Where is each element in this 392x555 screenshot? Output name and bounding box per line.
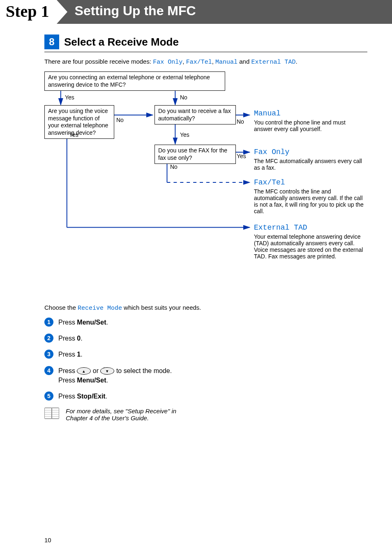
step-badge-4: 4 xyxy=(44,366,53,375)
s4d: Menu/Set xyxy=(77,377,106,384)
flow-q2: Are you using the voice message function… xyxy=(44,105,114,139)
flow-yes1: Yes xyxy=(65,94,74,101)
step-badge-5: 5 xyxy=(44,391,53,401)
s1b: Menu/Set xyxy=(77,319,106,326)
section-heading: 8 Select a Receive Mode xyxy=(44,35,367,49)
s2a: Press xyxy=(58,335,77,342)
steps-list: 1 Press Menu/Set. 2 Press 0. 3 Press 1. … xyxy=(44,318,367,401)
mode-external-tad-desc: Your external telephone answering device… xyxy=(254,233,365,260)
step-5: 5 Press Stop/Exit. xyxy=(44,391,367,401)
mode-manual-desc: You control the phone line and must answ… xyxy=(254,119,365,132)
s1c: . xyxy=(106,319,108,326)
flow-yes3: Yes xyxy=(180,131,189,138)
mode-fax-only-desc: The MFC automatically answers every call… xyxy=(254,158,365,171)
flowchart: Are you connecting an external telephone… xyxy=(44,71,367,302)
sep: , xyxy=(182,58,186,65)
step-badge-2: 2 xyxy=(44,334,53,343)
mode-external-tad: External TAD Your external telephone ans… xyxy=(254,223,365,260)
flow-q1: Are you connecting an external telephone… xyxy=(44,71,225,91)
mode-fax-tel: Fax/Tel The MFC controls the line and au… xyxy=(254,178,365,214)
s3b: 1 xyxy=(77,351,81,358)
page-number: 10 xyxy=(44,537,51,543)
step-2: 2 Press 0. xyxy=(44,334,367,343)
s2b: 0 xyxy=(77,335,81,342)
chevron-icon xyxy=(57,0,67,24)
s4mid: or xyxy=(93,367,101,374)
step-1: 1 Press Menu/Set. xyxy=(44,318,367,327)
mode-manual-inline: Manual xyxy=(215,59,238,66)
mode-external-tad-inline: External TAD xyxy=(251,59,295,66)
flow-no1: No xyxy=(180,94,187,101)
mode-fax-only-inline: Fax Only xyxy=(153,59,182,66)
sep: , xyxy=(212,58,215,65)
s1a: Press xyxy=(58,319,77,326)
flow-q3: Do you want to receive a fax automatical… xyxy=(154,105,236,124)
mode-manual: Manual You control the phone line and mu… xyxy=(254,109,365,132)
s4c: Press xyxy=(58,377,77,384)
mode-external-tad-title: External TAD xyxy=(254,223,365,232)
mode-fax-tel-inline: Fax/Tel xyxy=(186,59,212,66)
divider xyxy=(44,52,367,52)
note: For more details, see "Setup Receive" in… xyxy=(44,408,367,421)
flow-no2: No xyxy=(116,117,124,123)
flow-yes2: Yes xyxy=(69,131,78,138)
page-header: Step 1 Setting Up the MFC xyxy=(0,0,392,24)
sep: and xyxy=(238,58,251,65)
choose-prefix: Choose the xyxy=(44,304,78,311)
up-arrow-icon: ▴ xyxy=(77,367,91,375)
book-icon xyxy=(44,408,60,420)
mode-fax-only: Fax Only The MFC automatically answers e… xyxy=(254,148,365,171)
page-title: Setting Up the MFC xyxy=(67,0,392,24)
flow-no3: No xyxy=(237,118,244,125)
step-label: Step 1 xyxy=(0,0,57,24)
intro-prefix: There are four possible receive modes: xyxy=(44,58,153,65)
s4a: Press xyxy=(58,367,77,374)
s5b: Stop/Exit xyxy=(77,393,105,400)
choose-line: Choose the Receive Mode which best suits… xyxy=(44,304,367,312)
s4e: . xyxy=(106,377,108,384)
s5a: Press xyxy=(58,393,77,400)
down-arrow-icon: ▾ xyxy=(100,367,114,375)
step-3: 3 Press 1. xyxy=(44,350,367,359)
s5c: . xyxy=(106,393,107,400)
intro-text: There are four possible receive modes: F… xyxy=(44,58,367,66)
s3c: . xyxy=(81,351,82,358)
choose-mode: Receive Mode xyxy=(78,305,122,312)
flow-no4: No xyxy=(170,164,178,170)
mode-fax-only-title: Fax Only xyxy=(254,148,365,156)
section-title: Select a Receive Mode xyxy=(64,36,179,48)
mode-manual-title: Manual xyxy=(254,109,365,117)
flow-yes4: Yes xyxy=(237,153,246,159)
mode-fax-tel-desc: The MFC controls the line and automatica… xyxy=(254,188,365,214)
flow-q4: Do you use the FAX for the fax use only? xyxy=(154,145,236,164)
choose-suffix: which best suits your needs. xyxy=(122,304,201,311)
s2c: . xyxy=(81,335,82,342)
step-badge-1: 1 xyxy=(44,318,53,327)
intro-suffix: . xyxy=(295,58,297,65)
section-number-badge: 8 xyxy=(44,35,59,49)
mode-fax-tel-title: Fax/Tel xyxy=(254,178,365,187)
step-badge-3: 3 xyxy=(44,350,53,359)
s4b: to select the mode. xyxy=(116,367,172,374)
note-text: For more details, see "Setup Receive" in… xyxy=(66,408,197,421)
step-4: 4 Press ▴ or ▾ to select the mode. Press… xyxy=(44,366,367,385)
s3a: Press xyxy=(58,351,77,358)
